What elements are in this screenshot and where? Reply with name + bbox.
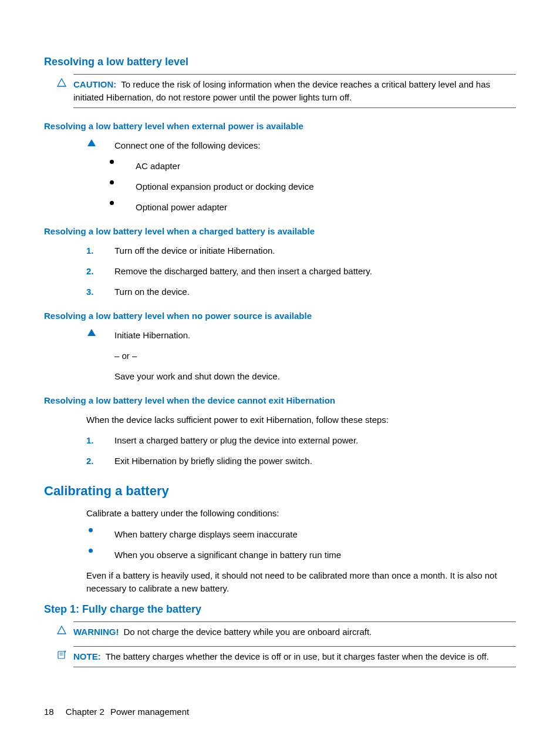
list-text: Initiate Hibernation.: [114, 329, 190, 341]
note-label: NOTE:: [73, 651, 101, 661]
page-number: 18: [44, 707, 54, 717]
list-text: Connect one of the following devices:: [114, 139, 261, 152]
chapter-title: Power management: [110, 707, 189, 717]
bullet-icon: [89, 528, 93, 532]
list-text: Exit Hibernation by briefly sliding the …: [114, 455, 312, 467]
list-item: Optional expansion product or docking de…: [107, 180, 516, 193]
list-text: Optional expansion product or docking de…: [136, 180, 314, 193]
note-text: The battery charges whether the device i…: [106, 651, 489, 661]
list-text: Insert a charged battery or plug the dev…: [114, 434, 358, 446]
heading-cannot-exit: Resolving a low battery level when the d…: [44, 395, 516, 405]
list-item: When battery charge displays seem inaccu…: [86, 528, 516, 540]
list-text: Turn off the device or initiate Hibernat…: [114, 244, 275, 257]
svg-marker-1: [58, 626, 66, 634]
note-icon: [57, 650, 66, 660]
heading-calibrating: Calibrating a battery: [44, 483, 516, 499]
caution-label: CAUTION:: [73, 79, 116, 89]
caution-text: To reduce the risk of losing information…: [73, 79, 490, 102]
triangle-marker-icon: [87, 329, 96, 336]
list-text: Save your work and shut down the device.: [114, 370, 280, 382]
caution-icon: [57, 78, 66, 88]
paragraph: When the device lacks sufficient power t…: [86, 414, 516, 426]
list-item: Optional power adapter: [107, 201, 516, 213]
bullet-icon: [110, 180, 114, 184]
bullet-icon: [110, 201, 114, 205]
list-item: 1. Insert a charged battery or plug the …: [86, 434, 516, 446]
list-item: Initiate Hibernation.: [86, 329, 516, 341]
list-item: 2. Remove the discharged battery, and th…: [86, 265, 516, 277]
list-item: 3. Turn on the device.: [86, 285, 516, 298]
list-text: Remove the discharged battery, and then …: [114, 265, 372, 277]
list-item: 2. Exit Hibernation by briefly sliding t…: [86, 455, 516, 467]
paragraph: Even if a battery is heavily used, it sh…: [86, 569, 516, 595]
step-number: 1.: [86, 434, 94, 446]
heading-step1: Step 1: Fully charge the battery: [44, 603, 516, 616]
caution-callout: CAUTION:To reduce the risk of losing inf…: [73, 74, 516, 108]
paragraph: Calibrate a battery under the following …: [86, 507, 516, 520]
list-text: When battery charge displays seem inaccu…: [114, 528, 298, 540]
list-item: AC adapter: [107, 160, 516, 172]
triangle-marker-icon: [87, 139, 96, 146]
step-number: 2.: [86, 265, 94, 277]
chapter-label: Chapter 2: [66, 707, 104, 717]
list-text: – or –: [114, 350, 137, 362]
heading-no-power: Resolving a low battery level when no po…: [44, 311, 516, 321]
list-text: When you observe a significant change in…: [114, 549, 341, 561]
warning-text: Do not charge the device battery while y…: [124, 627, 372, 637]
heading-external-power: Resolving a low battery level when exter…: [44, 121, 516, 131]
svg-marker-0: [58, 79, 66, 86]
list-item: Save your work and shut down the device.: [86, 370, 516, 382]
warning-icon: [57, 626, 66, 635]
bullet-icon: [89, 549, 93, 553]
list-item: 1. Turn off the device or initiate Hiber…: [86, 244, 516, 257]
list-item: – or –: [86, 350, 516, 362]
list-item: When you observe a significant change in…: [86, 549, 516, 561]
step-number: 1.: [86, 244, 94, 257]
footer: 18 Chapter 2 Power management: [44, 707, 189, 717]
list-item: Connect one of the following devices:: [86, 139, 516, 152]
list-text: Turn on the device.: [114, 285, 190, 298]
heading-charged-battery: Resolving a low battery level when a cha…: [44, 226, 516, 236]
step-number: 2.: [86, 455, 94, 467]
step-number: 3.: [86, 285, 94, 298]
warning-label: WARNING!: [73, 627, 119, 637]
bullet-icon: [110, 160, 114, 164]
document-page: Resolving a low battery level CAUTION:To…: [0, 0, 560, 746]
heading-resolving: Resolving a low battery level: [44, 56, 516, 68]
list-text: AC adapter: [136, 160, 180, 172]
list-text: Optional power adapter: [136, 201, 227, 213]
note-callout: NOTE:The battery charges whether the dev…: [73, 646, 516, 667]
warning-callout: WARNING!Do not charge the device battery…: [73, 621, 516, 642]
